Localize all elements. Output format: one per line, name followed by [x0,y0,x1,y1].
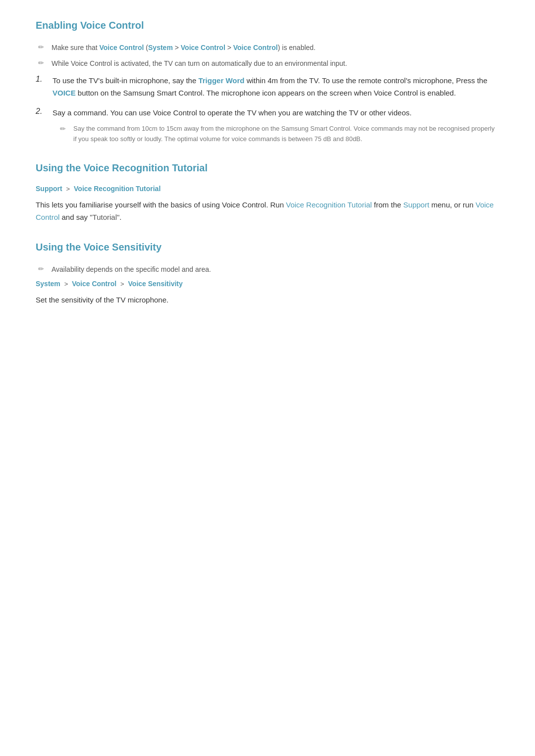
item-2-subnote: Say the command from 10cm to 15cm away f… [57,124,499,145]
pencil-icon-1 [36,43,47,51]
tutorial-quote: "Tutorial" [90,213,119,221]
tutorial-title: Using the Voice Recognition Tutorial [36,162,499,176]
item-1-text: To use the TV's built-in microphone, say… [53,74,499,100]
sensitivity-note-text: Availability depends on the specific mod… [52,264,211,275]
pencil-icon-2 [36,59,47,67]
sensitivity-body: Set the sensitivity of the TV microphone… [36,294,499,306]
pencil-icon-3 [57,125,68,133]
enabling-note1: Make sure that Voice Control (System > V… [36,42,499,53]
sensitivity-title: Using the Voice Sensitivity [36,242,499,255]
link-system-1[interactable]: System [148,44,173,51]
voice-recognition-tutorial-section: Using the Voice Recognition Tutorial Sup… [36,162,499,224]
tutorial-body: This lets you familiarise yourself with … [36,199,499,224]
link-trigger-word[interactable]: Trigger Word [198,76,244,85]
enabling-voice-control-section: Enabling Voice Control Make sure that Vo… [36,20,499,145]
enabling-item-2: 2. Say a command. You can use Voice Cont… [36,106,499,145]
link-support-2[interactable]: Support [403,201,429,209]
enabling-title: Enabling Voice Control [36,20,499,33]
sensitivity-breadcrumb: System > Voice Control > Voice Sensitivi… [36,280,499,288]
tutorial-breadcrumb: Support > Voice Recognition Tutorial [36,185,499,193]
breadcrumb-sep-3: > [120,280,124,288]
item-2-subnote-text: Say the command from 10cm to 15cm away f… [73,124,499,145]
item-2-num: 2. [36,106,46,116]
item-1-num: 1. [36,74,46,84]
breadcrumb-sep-1: > [66,185,70,193]
link-voice-control-1[interactable]: Voice Control [100,44,144,51]
item-2-text: Say a command. You can use Voice Control… [53,106,499,119]
enabling-numbered-list: 1. To use the TV's built-in microphone, … [36,74,499,145]
link-voice-control-2[interactable]: Voice Control [181,44,225,51]
item-2-content: Say a command. You can use Voice Control… [53,106,499,145]
link-voice[interactable]: VOICE [53,89,76,97]
link-voice-sensitivity[interactable]: Voice Sensitivity [128,280,183,288]
enabling-note2: While Voice Control is activated, the TV… [36,58,499,69]
link-support-1[interactable]: Support [36,185,62,193]
breadcrumb-sep-2: > [64,280,68,288]
enabling-note1-text: Make sure that Voice Control (System > V… [52,42,316,53]
link-voice-control-4[interactable]: Voice Control [72,280,116,288]
link-voice-recognition-tutorial[interactable]: Voice Recognition Tutorial [74,185,160,193]
voice-sensitivity-section: Using the Voice Sensitivity Availability… [36,242,499,306]
pencil-icon-4 [36,265,47,273]
enabling-item-1: 1. To use the TV's built-in microphone, … [36,74,499,100]
sensitivity-note: Availability depends on the specific mod… [36,264,499,275]
link-voice-control-3[interactable]: Voice Control [233,44,278,51]
link-system-2[interactable]: System [36,280,60,288]
enabling-note2-text: While Voice Control is activated, the TV… [52,58,347,69]
link-voice-recognition-tutorial-2[interactable]: Voice Recognition Tutorial [286,201,372,209]
